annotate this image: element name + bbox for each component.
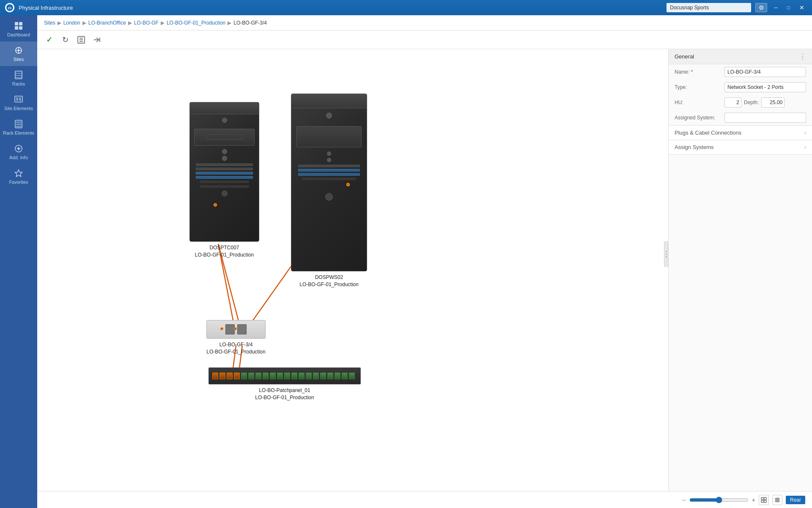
breadcrumb: Sites ▶ London ▶ LO-BranchOffice ▶ LO-BO…	[37, 15, 812, 30]
svg-rect-39	[764, 497, 766, 500]
general-options-button[interactable]: ⋮	[799, 52, 806, 61]
type-field: Type:	[669, 80, 812, 95]
collapse-dot-3	[666, 256, 667, 257]
sidebar-item-rack-elements[interactable]: Rack Elements	[0, 115, 37, 140]
content-area: Sites ▶ London ▶ LO-BranchOffice ▶ LO-BO…	[37, 15, 812, 508]
plugs-connections-section[interactable]: Plugs & Cabel Connections ›	[669, 126, 812, 140]
racks-icon	[14, 70, 23, 80]
bottom-bar: ─ + Rear	[37, 491, 812, 508]
panel-collapse-handle[interactable]	[664, 241, 668, 267]
sidebar: Dashboard Sites Racks Site Elements Rack…	[0, 15, 37, 508]
confirm-button[interactable]: ✓	[42, 33, 56, 47]
search-input[interactable]	[667, 3, 751, 12]
svg-text:PI: PI	[8, 6, 11, 10]
svg-rect-16	[19, 97, 21, 101]
zoom-plus-icon: +	[752, 497, 755, 503]
panel-spacer	[669, 155, 812, 491]
maximize-button[interactable]: □	[785, 5, 793, 11]
panel-section-general: General ⋮ Name: * Type: HU:	[669, 49, 812, 126]
zoom-icon: ─	[682, 497, 686, 503]
svg-rect-40	[761, 500, 763, 502]
assigned-system-input[interactable]	[724, 113, 806, 123]
breadcrumb-london[interactable]: London	[63, 20, 80, 26]
svg-marker-24	[15, 170, 22, 177]
favorites-icon	[14, 168, 23, 178]
device-dosptc007[interactable]: DOSPTC007 LO-BO-GF-01_Production	[189, 102, 259, 259]
arrow-button[interactable]	[91, 33, 104, 47]
breadcrumb-production[interactable]: LO-BO-GF-01_Production	[167, 20, 225, 26]
svg-rect-3	[19, 22, 22, 25]
rear-button[interactable]: Rear	[786, 496, 805, 504]
sidebar-item-sites[interactable]: Sites	[0, 41, 37, 66]
zoom-slider[interactable]	[689, 497, 749, 503]
svg-rect-14	[15, 96, 22, 102]
svg-rect-38	[761, 497, 763, 500]
sites-icon	[14, 46, 23, 55]
fit-button[interactable]	[759, 495, 769, 505]
grid-button[interactable]	[772, 495, 782, 505]
hu-input[interactable]	[724, 97, 741, 108]
sidebar-item-racks[interactable]: Racks	[0, 66, 37, 91]
site-elements-icon	[14, 95, 23, 104]
export-button[interactable]	[74, 33, 88, 47]
depth-input[interactable]	[761, 97, 785, 108]
close-button[interactable]: ✕	[797, 4, 807, 11]
svg-rect-19	[16, 124, 21, 125]
app-icon: PI	[5, 3, 14, 12]
assign-chevron-icon: ›	[804, 144, 806, 150]
breadcrumb-current: LO-BO-GF-3/4	[233, 20, 267, 26]
sidebar-item-favorites[interactable]: Favorites	[0, 164, 37, 189]
settings-button[interactable]: ⚙	[755, 3, 767, 12]
name-input[interactable]	[724, 67, 806, 77]
collapse-dot-2	[666, 254, 667, 255]
device-dospws02[interactable]: DOSPWS02 LO-BO-GF-01_Production	[291, 94, 367, 288]
svg-rect-2	[15, 22, 18, 25]
assign-systems-section[interactable]: Assign Systems ›	[669, 140, 812, 155]
canvas-area[interactable]: DOSPTC007 LO-BO-GF-01_Production	[37, 49, 668, 491]
svg-rect-20	[16, 126, 21, 127]
svg-rect-4	[15, 26, 18, 30]
breadcrumb-lo-bo-gf[interactable]: LO-BO-GF	[134, 20, 159, 26]
breadcrumb-branchoffice[interactable]: LO-BranchOffice	[88, 20, 126, 26]
main-layout: Dashboard Sites Racks Site Elements Rack…	[0, 15, 812, 508]
toolbar: ✓ ↻	[37, 30, 812, 49]
hu-depth-field: HU: Depth:	[669, 95, 812, 110]
collapse-dot-1	[666, 251, 667, 252]
general-section-title: General	[675, 53, 799, 60]
add-info-icon	[14, 144, 23, 153]
sidebar-item-dashboard[interactable]: Dashboard	[0, 17, 37, 41]
work-area: DOSPTC007 LO-BO-GF-01_Production	[37, 49, 812, 491]
svg-rect-15	[16, 97, 18, 101]
right-panel: General ⋮ Name: * Type: HU:	[668, 49, 812, 491]
sidebar-item-site-elements[interactable]: Site Elements	[0, 91, 37, 115]
assigned-system-field: Assigned System:	[669, 110, 812, 125]
svg-rect-5	[19, 26, 22, 30]
device-network-socket[interactable]: LO-BO-GF-3/4 LO-BO-GF-01_Production	[206, 320, 266, 356]
breadcrumb-sites[interactable]: Sites	[44, 20, 55, 26]
rack-elements-icon	[14, 119, 23, 129]
plugs-chevron-icon: ›	[804, 130, 806, 136]
sidebar-item-add-info[interactable]: Add. Info	[0, 140, 37, 164]
type-input[interactable]	[724, 82, 806, 92]
svg-rect-18	[16, 121, 21, 123]
refresh-button[interactable]: ↻	[58, 33, 72, 47]
name-field: Name: *	[669, 64, 812, 80]
device-patchpanel[interactable]: LO-BO-Patchpanel_01 LO-BO-GF-01_Producti…	[208, 367, 361, 401]
minimize-button[interactable]: ─	[771, 5, 780, 11]
app-title: Physical Infrastructure	[19, 5, 662, 11]
svg-rect-41	[764, 500, 766, 502]
titlebar: PI Physical Infrastructure ⚙ ─ □ ✕	[0, 0, 812, 15]
dashboard-icon	[14, 21, 23, 30]
